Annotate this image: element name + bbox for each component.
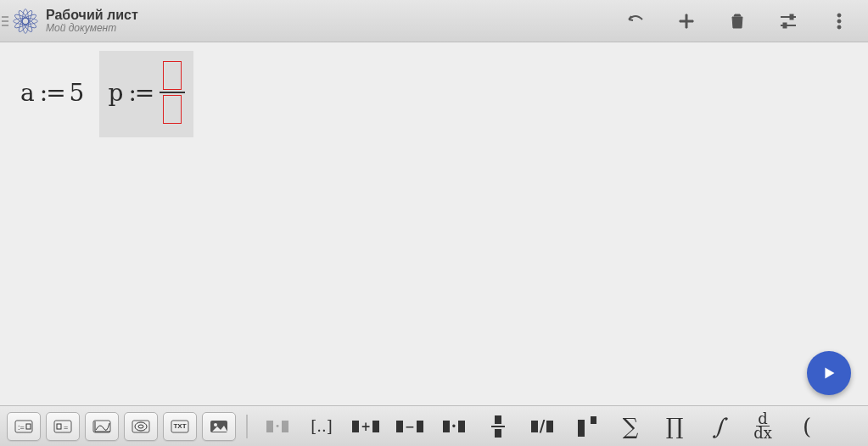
run-fab-button[interactable] bbox=[807, 351, 851, 395]
undo-button[interactable] bbox=[615, 1, 656, 42]
op-subtract-button[interactable]: − bbox=[390, 410, 429, 443]
document-name: Мой документ bbox=[46, 23, 138, 34]
denominator-placeholder[interactable] bbox=[163, 95, 182, 124]
overflow-menu-button[interactable] bbox=[819, 1, 860, 42]
svg-point-9 bbox=[837, 20, 841, 23]
formula-p[interactable]: p := bbox=[99, 51, 193, 137]
op-multiply-button[interactable]: · bbox=[258, 410, 297, 443]
tool-text-button[interactable]: TXT bbox=[163, 412, 197, 441]
op-product-button[interactable]: ∏ bbox=[655, 410, 694, 443]
svg-point-19 bbox=[135, 422, 147, 431]
add-button[interactable] bbox=[666, 1, 707, 42]
settings-sliders-button[interactable] bbox=[768, 1, 809, 42]
var-p: p bbox=[108, 79, 123, 107]
formula-a[interactable]: a := 5 bbox=[12, 70, 92, 119]
svg-point-20 bbox=[138, 425, 143, 428]
assign-op: := bbox=[40, 79, 64, 107]
bottom-toolbar: := = TXT · [..] + − · / bbox=[0, 405, 868, 446]
svg-rect-6 bbox=[790, 14, 793, 20]
op-power-button[interactable] bbox=[567, 410, 606, 443]
op-multiply-dot-button[interactable]: · bbox=[434, 410, 473, 443]
top-actions bbox=[615, 1, 863, 42]
svg-rect-7 bbox=[783, 23, 787, 28]
tool-plot-button[interactable] bbox=[85, 412, 119, 441]
numerator-placeholder[interactable] bbox=[163, 61, 182, 90]
tool-image-button[interactable] bbox=[202, 412, 236, 441]
svg-rect-13 bbox=[26, 424, 31, 429]
title-block[interactable]: Рабочий лист Мой документ bbox=[46, 8, 138, 35]
svg-point-8 bbox=[837, 14, 841, 17]
op-divide-slash-button[interactable]: / bbox=[523, 410, 562, 443]
app-logo-icon[interactable] bbox=[10, 6, 41, 36]
top-toolbar: Рабочий лист Мой документ bbox=[0, 0, 868, 42]
op-index-button[interactable]: [..] bbox=[302, 410, 341, 443]
toolbar-divider bbox=[246, 415, 248, 438]
drawer-hint-icon[interactable] bbox=[0, 0, 8, 42]
op-integral-button[interactable]: ∫ bbox=[699, 410, 738, 443]
tool-result-button[interactable]: = bbox=[46, 412, 80, 441]
formula-row: a := 5 p := bbox=[12, 51, 193, 137]
assign-op: := bbox=[128, 79, 153, 107]
worksheet-canvas[interactable]: a := 5 p := bbox=[0, 42, 868, 405]
op-sum-button[interactable]: ∑ bbox=[611, 410, 650, 443]
op-fraction-button[interactable] bbox=[479, 410, 518, 443]
tool-assignment-button[interactable]: := bbox=[7, 412, 41, 441]
var-a: a bbox=[20, 79, 35, 107]
value-a: 5 bbox=[70, 79, 85, 107]
op-paren-button[interactable]: ( bbox=[787, 410, 826, 443]
op-derivative-button[interactable]: d dx bbox=[743, 410, 782, 443]
svg-text:=: = bbox=[64, 423, 68, 432]
svg-text::=: := bbox=[18, 423, 25, 432]
svg-rect-15 bbox=[57, 424, 61, 429]
op-add-button[interactable]: + bbox=[346, 410, 385, 443]
svg-point-10 bbox=[837, 25, 841, 29]
fraction-bar-icon bbox=[160, 92, 185, 93]
page-title: Рабочий лист bbox=[46, 8, 138, 23]
tool-contour-button[interactable] bbox=[124, 412, 158, 441]
delete-button[interactable] bbox=[717, 1, 758, 42]
svg-point-23 bbox=[214, 423, 217, 426]
fraction-template[interactable] bbox=[160, 59, 185, 125]
